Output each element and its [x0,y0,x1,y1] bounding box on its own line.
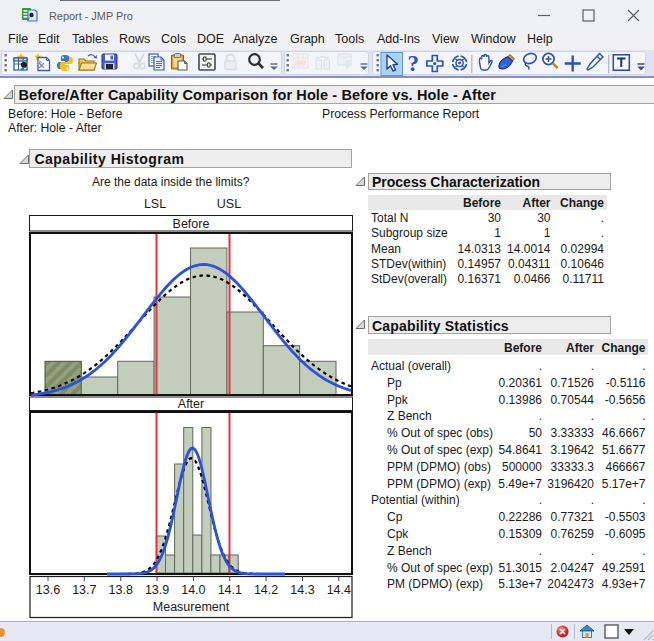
svg-text:14.1: 14.1 [218,583,242,597]
svg-text:14.3: 14.3 [290,583,314,597]
svg-text:After: After [178,397,204,411]
svg-text:13.7: 13.7 [72,583,96,597]
svg-text:13.9: 13.9 [145,583,169,597]
svg-text:13.6: 13.6 [36,583,60,597]
svg-text:14.0: 14.0 [181,583,205,597]
svg-text:USL: USL [217,197,241,211]
svg-text:Before: Before [173,217,210,231]
svg-text:14.4: 14.4 [327,583,351,597]
svg-text:Measurement: Measurement [153,600,230,614]
svg-text:13.8: 13.8 [109,583,133,597]
svg-text:14.2: 14.2 [254,583,278,597]
svg-text:LSL: LSL [144,197,166,211]
